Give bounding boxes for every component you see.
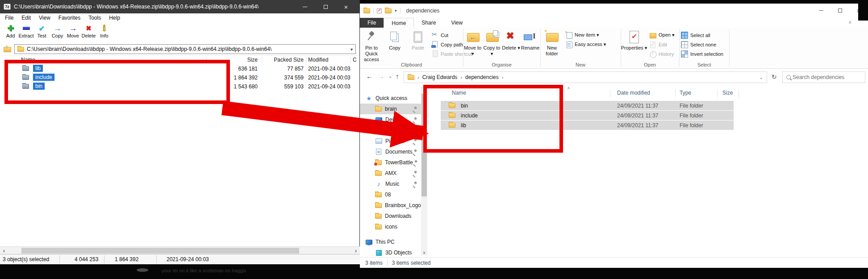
sidebar-item[interactable]: icons <box>360 221 421 232</box>
breadcrumb-separator[interactable]: › <box>502 75 504 80</box>
file-row[interactable]: include 24/09/2021 11:37 File folder <box>427 111 868 121</box>
search-input[interactable] <box>793 74 851 80</box>
sidebar-item[interactable]: AMX <box>360 168 421 179</box>
sidebar-item[interactable]: Downloads <box>360 211 421 221</box>
ribbon-big-button[interactable]: Copy to ▾ <box>482 29 501 57</box>
properties-check-icon[interactable] <box>377 8 382 13</box>
parent-folder-icon[interactable] <box>4 46 11 52</box>
scroll-up-icon[interactable]: ∧ <box>421 87 427 92</box>
sidebar-item[interactable]: Pictures <box>360 136 421 146</box>
ribbon-tab[interactable]: View <box>443 18 470 28</box>
toolbar-button[interactable]: Add <box>3 23 18 38</box>
back-icon[interactable]: ← <box>366 72 373 80</box>
new-folder-quick-icon[interactable] <box>385 8 392 13</box>
column-header-name[interactable]: Name <box>21 57 35 63</box>
ribbon-big-button[interactable]: Move to ▾ <box>463 29 482 57</box>
sevenzip-titlebar[interactable]: 7z C:\Users\brain\Downloads\libdpp - Win… <box>0 0 359 13</box>
ribbon-big-button[interactable]: Delete ▾ <box>501 29 521 57</box>
ribbon-small-button[interactable]: Easy access ▾ <box>565 40 606 49</box>
menu-item[interactable]: Favorites <box>54 15 84 21</box>
toolbar-button[interactable]: Delete <box>81 23 96 38</box>
archive-row[interactable]: include 1 864 392 374 559 2021-09-24 00:… <box>0 73 359 82</box>
sidebar-item[interactable]: Downloads <box>360 125 421 136</box>
sidebar-item[interactable]: This PC <box>360 237 421 247</box>
column-header-type[interactable]: Type <box>680 90 691 96</box>
menu-item[interactable]: File <box>1 15 17 21</box>
ribbon-big-button[interactable]: New folder <box>540 29 563 57</box>
archive-row[interactable]: bin 1 543 680 559 103 2021-09-24 00:03 <box>0 82 359 91</box>
ribbon-big-button[interactable]: Pin to Quick access <box>360 29 383 62</box>
menu-item[interactable]: Help <box>105 15 124 21</box>
ribbon-small-button[interactable]: Edit <box>649 40 675 49</box>
archive-row[interactable]: lib 636 181 77 857 2021-09-24 00:03 <box>0 64 359 73</box>
column-header-name[interactable]: Name <box>452 90 466 96</box>
column-header-size[interactable]: Size <box>210 57 258 63</box>
toolbar-button[interactable]: Test <box>34 23 50 38</box>
toolbar-button[interactable]: Extract <box>18 23 34 38</box>
ribbon-small-button[interactable]: Open ▾ <box>649 31 675 39</box>
sidebar-item[interactable]: Brainbox_Logo <box>360 200 421 211</box>
menu-item[interactable]: Edit <box>17 15 35 21</box>
column-header-modified[interactable]: Modified <box>308 57 328 63</box>
column-header-created-cut[interactable]: C <box>353 57 357 63</box>
forward-icon[interactable]: → <box>378 72 384 80</box>
column-header-size[interactable]: Size <box>722 90 733 96</box>
menu-item[interactable]: Tools <box>84 15 105 21</box>
scroll-left-icon[interactable]: ‹ <box>0 247 8 254</box>
address-dropdown-icon[interactable]: ⌄ <box>760 75 763 80</box>
scrollbar-thumb[interactable] <box>421 94 427 196</box>
toolbar-button[interactable]: Move <box>65 23 81 38</box>
chevron-down-icon[interactable]: ▾ <box>351 47 353 52</box>
sidebar-item[interactable]: TowerBattle <box>360 157 421 168</box>
column-divider[interactable] <box>675 89 676 97</box>
up-icon[interactable]: ↑ <box>396 72 399 80</box>
close-button[interactable]: × <box>336 0 356 13</box>
column-divider[interactable] <box>717 89 718 97</box>
explorer-titlebar[interactable]: ▾ dependencies × <box>360 4 868 18</box>
recent-locations-icon[interactable]: ⌄ <box>388 74 392 79</box>
column-divider[interactable] <box>206 57 207 63</box>
sidebar-item[interactable]: Music <box>360 179 421 189</box>
menu-item[interactable]: View <box>35 15 54 21</box>
sidebar-scrollbar[interactable]: ∧ ∨ <box>421 87 427 255</box>
ribbon-tab[interactable]: Home <box>384 18 414 28</box>
sidebar-item[interactable]: brain <box>360 104 421 114</box>
ribbon-tab[interactable]: Share <box>414 18 443 28</box>
ribbon-big-button[interactable]: Rename <box>521 29 540 57</box>
refresh-icon[interactable]: ↻ <box>772 73 777 80</box>
ribbon-small-button[interactable]: History <box>649 50 675 58</box>
breadcrumb-separator[interactable]: › <box>460 75 462 80</box>
address-breadcrumb[interactable]: › Craig Edwards › dependencies › ⌄ <box>404 71 767 83</box>
toolbar-button[interactable]: Info <box>96 23 112 38</box>
search-box[interactable] <box>782 71 865 83</box>
ribbon-small-button[interactable]: Select none <box>681 40 723 49</box>
ribbon-small-button[interactable]: Invert selection <box>681 50 723 58</box>
sidebar-item[interactable]: Quick access <box>360 93 421 104</box>
maximize-button[interactable] <box>830 4 849 17</box>
file-row[interactable]: bin 24/09/2021 11:37 File folder <box>427 101 868 111</box>
ribbon-big-button[interactable]: Properties ▾ <box>621 29 647 51</box>
column-divider[interactable] <box>262 57 262 63</box>
minimize-button[interactable] <box>295 0 315 13</box>
ribbon-tab[interactable]: File <box>360 18 384 28</box>
breadcrumb-item[interactable]: dependencies <box>465 74 499 80</box>
ribbon-big-button[interactable]: Copy <box>383 29 406 62</box>
column-header-packed-size[interactable]: Packed Size <box>259 57 304 63</box>
column-divider[interactable] <box>610 89 610 97</box>
column-divider[interactable] <box>306 57 306 63</box>
ribbon-big-button[interactable]: Paste <box>406 29 430 62</box>
column-header-date-modified[interactable]: Date modified <box>617 90 650 96</box>
sidebar-item[interactable]: 3D Objects <box>360 247 421 257</box>
maximize-button[interactable] <box>315 0 336 13</box>
customize-toolbar-icon[interactable]: ▾ <box>395 8 397 13</box>
horizontal-scrollbar[interactable]: ‹ › <box>0 246 360 254</box>
ribbon-small-button[interactable]: New item ▾ <box>565 31 606 39</box>
column-divider[interactable] <box>351 57 351 63</box>
file-row-name[interactable]: include <box>461 112 478 119</box>
file-row-name[interactable]: bin <box>461 103 468 109</box>
scroll-right-icon[interactable]: › <box>352 247 359 254</box>
toolbar-button[interactable]: Copy <box>50 23 65 38</box>
file-row[interactable]: lib 24/09/2021 11:37 File folder <box>427 121 868 130</box>
column-divider[interactable] <box>739 89 739 97</box>
sidebar-item[interactable]: Desktop <box>360 114 421 125</box>
